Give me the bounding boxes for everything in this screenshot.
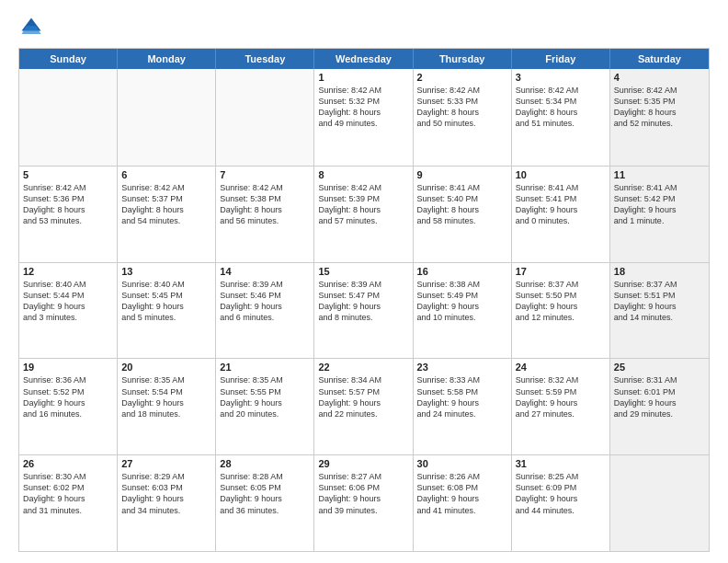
calendar-day-28: 28Sunrise: 8:28 AM Sunset: 6:05 PM Dayli… — [216, 455, 314, 551]
day-info: Sunrise: 8:40 AM Sunset: 5:44 PM Dayligh… — [23, 279, 113, 324]
day-info: Sunrise: 8:35 AM Sunset: 5:54 PM Dayligh… — [121, 374, 211, 419]
day-info: Sunrise: 8:37 AM Sunset: 5:50 PM Dayligh… — [516, 279, 606, 324]
day-number: 14 — [220, 266, 310, 277]
day-info: Sunrise: 8:41 AM Sunset: 5:41 PM Dayligh… — [516, 182, 606, 227]
calendar-day-19: 19Sunrise: 8:36 AM Sunset: 5:52 PM Dayli… — [19, 359, 118, 454]
calendar-day-18: 18Sunrise: 8:37 AM Sunset: 5:51 PM Dayli… — [610, 263, 709, 359]
day-number: 9 — [417, 169, 507, 180]
day-info: Sunrise: 8:39 AM Sunset: 5:46 PM Dayligh… — [220, 279, 310, 324]
calendar-week-2: 5Sunrise: 8:42 AM Sunset: 5:36 PM Daylig… — [19, 166, 709, 262]
day-number: 17 — [516, 266, 606, 277]
calendar-day-4: 4Sunrise: 8:42 AM Sunset: 5:35 PM Daylig… — [610, 69, 709, 166]
logo — [18, 15, 48, 40]
day-number: 21 — [220, 362, 310, 373]
calendar-day-empty — [19, 69, 118, 166]
calendar-day-21: 21Sunrise: 8:35 AM Sunset: 5:55 PM Dayli… — [216, 359, 314, 454]
calendar-day-25: 25Sunrise: 8:31 AM Sunset: 6:01 PM Dayli… — [610, 359, 709, 454]
calendar-day-11: 11Sunrise: 8:41 AM Sunset: 5:42 PM Dayli… — [610, 167, 709, 262]
calendar-header: SundayMondayTuesdayWednesdayThursdayFrid… — [19, 49, 709, 69]
day-number: 16 — [417, 266, 507, 277]
calendar-week-5: 26Sunrise: 8:30 AM Sunset: 6:02 PM Dayli… — [19, 454, 709, 551]
calendar-day-30: 30Sunrise: 8:26 AM Sunset: 6:08 PM Dayli… — [414, 455, 512, 551]
calendar-day-24: 24Sunrise: 8:32 AM Sunset: 5:59 PM Dayli… — [512, 359, 610, 454]
calendar-day-3: 3Sunrise: 8:42 AM Sunset: 5:34 PM Daylig… — [512, 69, 610, 166]
day-info: Sunrise: 8:26 AM Sunset: 6:08 PM Dayligh… — [417, 471, 507, 516]
weekday-header-wednesday: Wednesday — [314, 49, 413, 69]
day-number: 31 — [516, 458, 606, 469]
day-number: 30 — [417, 458, 507, 469]
day-info: Sunrise: 8:42 AM Sunset: 5:36 PM Dayligh… — [23, 182, 113, 227]
day-info: Sunrise: 8:42 AM Sunset: 5:33 PM Dayligh… — [417, 85, 507, 130]
calendar-day-17: 17Sunrise: 8:37 AM Sunset: 5:50 PM Dayli… — [512, 263, 610, 359]
day-number: 20 — [121, 362, 211, 373]
calendar-day-16: 16Sunrise: 8:38 AM Sunset: 5:49 PM Dayli… — [414, 263, 512, 359]
day-info: Sunrise: 8:37 AM Sunset: 5:51 PM Dayligh… — [614, 279, 705, 324]
calendar-day-empty — [216, 69, 314, 166]
day-info: Sunrise: 8:42 AM Sunset: 5:38 PM Dayligh… — [220, 182, 310, 227]
day-number: 23 — [417, 362, 507, 373]
day-info: Sunrise: 8:28 AM Sunset: 6:05 PM Dayligh… — [220, 471, 310, 516]
day-info: Sunrise: 8:42 AM Sunset: 5:39 PM Dayligh… — [318, 182, 408, 227]
day-info: Sunrise: 8:34 AM Sunset: 5:57 PM Dayligh… — [318, 374, 408, 419]
day-number: 10 — [516, 169, 606, 180]
calendar-day-20: 20Sunrise: 8:35 AM Sunset: 5:54 PM Dayli… — [118, 359, 216, 454]
weekday-header-saturday: Saturday — [610, 49, 709, 69]
day-number: 19 — [23, 362, 113, 373]
weekday-header-thursday: Thursday — [414, 49, 512, 69]
day-number: 27 — [121, 458, 211, 469]
calendar-day-23: 23Sunrise: 8:33 AM Sunset: 5:58 PM Dayli… — [414, 359, 512, 454]
calendar-day-2: 2Sunrise: 8:42 AM Sunset: 5:33 PM Daylig… — [414, 69, 512, 166]
day-info: Sunrise: 8:38 AM Sunset: 5:49 PM Dayligh… — [417, 279, 507, 324]
calendar-day-1: 1Sunrise: 8:42 AM Sunset: 5:32 PM Daylig… — [314, 69, 413, 166]
calendar-day-6: 6Sunrise: 8:42 AM Sunset: 5:37 PM Daylig… — [118, 167, 216, 262]
weekday-header-tuesday: Tuesday — [216, 49, 314, 69]
day-info: Sunrise: 8:40 AM Sunset: 5:45 PM Dayligh… — [121, 279, 211, 324]
day-number: 7 — [220, 169, 310, 180]
day-info: Sunrise: 8:36 AM Sunset: 5:52 PM Dayligh… — [23, 374, 113, 419]
page: SundayMondayTuesdayWednesdayThursdayFrid… — [0, 0, 728, 563]
calendar-day-31: 31Sunrise: 8:25 AM Sunset: 6:09 PM Dayli… — [512, 455, 610, 551]
day-info: Sunrise: 8:42 AM Sunset: 5:34 PM Dayligh… — [516, 85, 606, 130]
calendar-day-8: 8Sunrise: 8:42 AM Sunset: 5:39 PM Daylig… — [314, 167, 413, 262]
day-number: 11 — [614, 169, 705, 180]
day-number: 2 — [417, 72, 507, 83]
calendar-day-empty — [118, 69, 216, 166]
day-number: 22 — [318, 362, 408, 373]
day-number: 8 — [318, 169, 408, 180]
day-info: Sunrise: 8:31 AM Sunset: 6:01 PM Dayligh… — [614, 374, 705, 419]
day-info: Sunrise: 8:30 AM Sunset: 6:02 PM Dayligh… — [23, 471, 113, 516]
day-info: Sunrise: 8:42 AM Sunset: 5:32 PM Dayligh… — [318, 85, 408, 130]
calendar-body: 1Sunrise: 8:42 AM Sunset: 5:32 PM Daylig… — [19, 69, 709, 551]
calendar-day-7: 7Sunrise: 8:42 AM Sunset: 5:38 PM Daylig… — [216, 167, 314, 262]
day-info: Sunrise: 8:35 AM Sunset: 5:55 PM Dayligh… — [220, 374, 310, 419]
calendar-day-29: 29Sunrise: 8:27 AM Sunset: 6:06 PM Dayli… — [314, 455, 413, 551]
day-info: Sunrise: 8:39 AM Sunset: 5:47 PM Dayligh… — [318, 279, 408, 324]
day-info: Sunrise: 8:32 AM Sunset: 5:59 PM Dayligh… — [516, 374, 606, 419]
day-number: 25 — [614, 362, 705, 373]
weekday-header-monday: Monday — [118, 49, 216, 69]
day-number: 13 — [121, 266, 211, 277]
header — [18, 15, 710, 40]
calendar-day-27: 27Sunrise: 8:29 AM Sunset: 6:03 PM Dayli… — [118, 455, 216, 551]
calendar-day-22: 22Sunrise: 8:34 AM Sunset: 5:57 PM Dayli… — [314, 359, 413, 454]
calendar-week-3: 12Sunrise: 8:40 AM Sunset: 5:44 PM Dayli… — [19, 262, 709, 359]
calendar-day-empty — [610, 455, 709, 551]
calendar-day-14: 14Sunrise: 8:39 AM Sunset: 5:46 PM Dayli… — [216, 263, 314, 359]
calendar-day-12: 12Sunrise: 8:40 AM Sunset: 5:44 PM Dayli… — [19, 263, 118, 359]
weekday-header-friday: Friday — [512, 49, 610, 69]
day-info: Sunrise: 8:33 AM Sunset: 5:58 PM Dayligh… — [417, 374, 507, 419]
calendar: SundayMondayTuesdayWednesdayThursdayFrid… — [18, 48, 710, 552]
day-info: Sunrise: 8:42 AM Sunset: 5:35 PM Dayligh… — [614, 85, 705, 130]
day-number: 6 — [121, 169, 211, 180]
day-number: 26 — [23, 458, 113, 469]
day-number: 18 — [614, 266, 705, 277]
calendar-day-10: 10Sunrise: 8:41 AM Sunset: 5:41 PM Dayli… — [512, 167, 610, 262]
day-info: Sunrise: 8:25 AM Sunset: 6:09 PM Dayligh… — [516, 471, 606, 516]
day-number: 3 — [516, 72, 606, 83]
calendar-day-26: 26Sunrise: 8:30 AM Sunset: 6:02 PM Dayli… — [19, 455, 118, 551]
day-info: Sunrise: 8:27 AM Sunset: 6:06 PM Dayligh… — [318, 471, 408, 516]
day-info: Sunrise: 8:42 AM Sunset: 5:37 PM Dayligh… — [121, 182, 211, 227]
day-number: 5 — [23, 169, 113, 180]
day-info: Sunrise: 8:41 AM Sunset: 5:40 PM Dayligh… — [417, 182, 507, 227]
calendar-week-1: 1Sunrise: 8:42 AM Sunset: 5:32 PM Daylig… — [19, 69, 709, 166]
